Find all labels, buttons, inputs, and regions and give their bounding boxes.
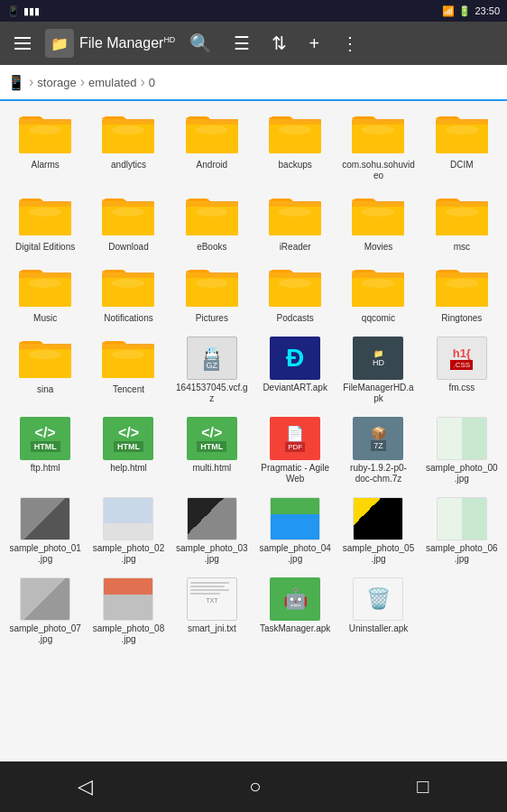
list-item[interactable]: Tencent	[87, 329, 170, 410]
list-item[interactable]: Ringtones	[420, 258, 503, 329]
recent-button[interactable]: □	[395, 768, 450, 806]
file-name: qqcomic	[362, 313, 395, 324]
image-thumbnail	[103, 497, 153, 540]
svg-point-53	[196, 208, 228, 217]
breadcrumb-emulated[interactable]: emulated	[88, 76, 136, 89]
list-item[interactable]: DCIM	[420, 105, 503, 187]
svg-rect-34	[436, 119, 488, 125]
list-item[interactable]: 🗑️ Uninstaller.apk	[336, 570, 419, 651]
svg-rect-52	[186, 201, 238, 207]
folder-icon	[186, 112, 238, 157]
folder-icon	[102, 265, 154, 310]
list-item[interactable]: sina	[4, 329, 87, 410]
sort-button[interactable]: ⇅	[264, 25, 294, 61]
list-item[interactable]: 📦 7Z ruby-1.9.2-p0-doc-chm.7z	[336, 410, 419, 490]
list-item[interactable]: 📄 PDF Pragmatic - Agile Web	[254, 410, 336, 490]
file-name: sample_photo_05.jpg	[341, 543, 415, 565]
list-item[interactable]: TXT smart_jni.txt	[171, 570, 254, 651]
image-thumbnail	[20, 497, 70, 540]
list-item[interactable]: sample_photo_04.jpg	[254, 490, 336, 570]
breadcrumb-phone-icon: 📱	[7, 74, 25, 91]
wifi-icon: 📶	[442, 5, 455, 17]
list-item[interactable]: 📇 GZ 1641537045.vcf.gz	[171, 329, 254, 410]
file-name: Podcasts	[277, 313, 314, 324]
list-item[interactable]: 📁HD FileManagerHD.apk	[336, 329, 419, 410]
list-item[interactable]: sample_photo_06.jpg	[420, 490, 503, 570]
list-item[interactable]: </> HTML multi.html	[171, 410, 254, 490]
folder-icon	[352, 265, 404, 310]
list-item[interactable]: backups	[254, 105, 336, 187]
list-item[interactable]: Podcasts	[254, 258, 336, 329]
breadcrumb: 📱 › storage › emulated › 0	[0, 65, 507, 101]
app-icon-container: 📁 File ManagerHD	[45, 29, 175, 58]
svg-point-95	[279, 279, 311, 288]
app-icon: 📁	[45, 29, 74, 58]
list-item[interactable]: Download	[87, 187, 170, 258]
back-button[interactable]: ◁	[56, 768, 115, 806]
list-item[interactable]: 🤖 TaskManager.apk	[254, 570, 336, 651]
home-button[interactable]: ○	[227, 768, 282, 806]
list-item[interactable]: Android	[171, 105, 254, 187]
list-item[interactable]: sample_photo_08.jpg	[87, 570, 170, 651]
list-item[interactable]: Alarms	[4, 105, 87, 187]
file-name: DeviantART.apk	[263, 383, 327, 393]
list-item[interactable]: qqcomic	[336, 258, 419, 329]
breadcrumb-0[interactable]: 0	[149, 76, 155, 89]
file-name: DCIM	[450, 160, 474, 171]
list-item[interactable]: Digital Editions	[4, 187, 87, 258]
svg-rect-10	[102, 119, 154, 125]
list-item[interactable]: sample_photo_02.jpg	[87, 490, 170, 570]
file-name: help.html	[110, 463, 147, 474]
list-item[interactable]: Music	[4, 258, 87, 329]
list-item[interactable]: sample_photo_00.jpg	[420, 410, 503, 490]
folder-icon	[19, 112, 71, 157]
list-item[interactable]: sample_photo_05.jpg	[336, 490, 419, 570]
list-item[interactable]: h1{ .CSS fm.css	[420, 329, 503, 410]
html-icon: </> HTML	[187, 417, 237, 460]
file-name: sample_photo_07.jpg	[8, 623, 82, 645]
folder-icon	[102, 337, 154, 382]
list-item[interactable]: Movies	[336, 187, 419, 258]
list-item[interactable]: msc	[420, 187, 503, 258]
more-button[interactable]: ⋮	[334, 25, 366, 61]
svg-point-17	[196, 125, 228, 134]
breadcrumb-storage[interactable]: storage	[37, 76, 76, 89]
apk-deviant-icon: Ð	[270, 337, 320, 380]
apk-task-icon: 🤖	[270, 577, 320, 621]
file-name: sample_photo_01.jpg	[8, 543, 82, 565]
list-item[interactable]: iReader	[254, 187, 336, 258]
svg-rect-76	[19, 272, 71, 278]
file-name: andlytics	[111, 160, 146, 171]
menu-button[interactable]	[7, 30, 38, 57]
list-item[interactable]: </> HTML help.html	[87, 410, 170, 490]
svg-point-35	[446, 125, 478, 134]
list-item[interactable]: Notifications	[87, 258, 170, 329]
search-button[interactable]: 🔍	[182, 25, 219, 61]
list-item[interactable]: Ð DeviantART.apk	[254, 329, 336, 410]
folder-icon	[19, 194, 71, 239]
folder-icon	[102, 112, 154, 157]
list-item[interactable]: com.sohu.sohuvideo	[336, 105, 419, 187]
file-name: smart_jni.txt	[188, 623, 236, 634]
list-item[interactable]: andlytics	[87, 105, 170, 187]
list-item[interactable]: sample_photo_07.jpg	[4, 570, 87, 651]
file-name: Download	[108, 242, 148, 253]
folder-icon	[102, 194, 154, 239]
list-item[interactable]: sample_photo_03.jpg	[171, 490, 254, 570]
list-item[interactable]: Pictures	[171, 258, 254, 329]
file-name: FileManagerHD.apk	[341, 383, 415, 404]
folder-icon	[269, 112, 321, 157]
list-item[interactable]: sample_photo_01.jpg	[4, 490, 87, 570]
file-name: Alarms	[32, 160, 60, 171]
add-button[interactable]: +	[301, 26, 327, 61]
svg-point-107	[446, 279, 478, 288]
vcf-icon: 📇 GZ	[187, 337, 237, 380]
svg-point-71	[446, 208, 478, 217]
image-thumbnail	[103, 577, 153, 621]
file-name: sample_photo_00.jpg	[425, 463, 499, 484]
svg-point-29	[362, 125, 394, 134]
list-view-button[interactable]: ☰	[226, 25, 257, 61]
list-item[interactable]: eBooks	[171, 187, 254, 258]
list-item[interactable]: </> HTML ftp.html	[4, 410, 87, 490]
svg-rect-118	[102, 344, 154, 349]
